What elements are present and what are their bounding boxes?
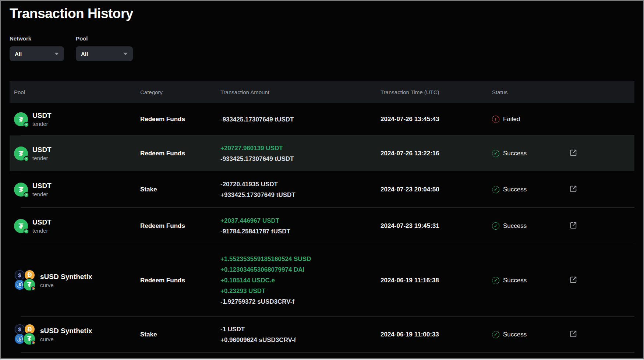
network-filter-label: Network [10,35,64,42]
table-row: $ Ð $ ₮ sUSD Synthetix curve Redeem Fund… [10,244,634,317]
transaction-amounts: -933425.17307649 tUSDT [220,114,381,125]
transaction-amounts: +20727.960139 USDT-933425.17307649 tUSDT [220,143,381,164]
transaction-time: 2024-06-19 11:16:38 [381,277,492,284]
page-title: Transaction History [10,6,643,21]
pool-name: sUSD Synthetix [40,327,92,335]
success-icon: ✓ [492,186,499,193]
external-link-button[interactable] [569,275,578,284]
amount-line: +20727.960139 USDT [220,143,381,153]
pool-name: USDT [32,218,52,226]
susd-pool-icon-cluster: $ Ð $ ₮ [14,269,36,292]
transaction-time: 2024-07-26 13:22:16 [381,150,492,157]
transaction-amounts: -1 USDT+0.96009624 sUSD3CRV-f [220,324,381,345]
amount-line: -20720.41935 USDT [220,179,381,190]
failed-icon: ! [492,116,499,123]
actions-cell [558,148,634,159]
pool-protocol: curve [40,336,92,342]
status: ✓ Success [492,150,558,157]
table-row: ₮ ✓ USDT tender Redeem Funds +2037.44696… [10,208,634,244]
verified-badge-icon: ✓ [24,229,29,234]
pool-name: USDT [32,182,52,190]
amount-line: +0.23293 USDT [220,286,381,296]
actions-cell [558,221,634,231]
external-link-button[interactable] [569,184,578,193]
status: ✓ Success [492,222,558,230]
pool-cell: ₮ ✓ USDT tender [10,146,140,161]
pool-select[interactable]: All [76,46,133,61]
pool-cell: $ Ð $ ₮ sUSD Synthetix curve [10,324,140,346]
verified-badge-icon: ✓ [24,192,29,198]
amount-line: -933425.17307649 tUSDT [220,153,381,164]
pool-cell: ₮ ✓ USDT tender [10,218,140,234]
status-label: Success [503,150,527,157]
actions-cell [558,184,634,195]
verified-badge-icon: ✓ [24,122,29,127]
pool-name: sUSD Synthetix [40,273,92,281]
transaction-time: 2024-06-19 11:00:33 [381,331,492,338]
status: ✓ Success [492,331,558,338]
usdt-coin-icon: ₮ ✓ [14,112,28,126]
pool-protocol: tender [32,191,52,197]
pool-filter: Pool All [76,35,133,61]
external-link-button[interactable] [569,221,578,230]
external-link-button[interactable] [569,148,578,157]
table-header: Pool Category Transaction Amount Transac… [10,81,634,103]
status: ✓ Success [492,186,558,193]
status-label: Success [503,331,527,338]
category: Stake [140,186,220,193]
verified-badge-icon: ✓ [24,156,29,162]
filters-bar: Network All Pool All [10,35,643,61]
category: Stake [140,331,220,338]
success-icon: ✓ [492,331,499,338]
transaction-time: 2024-07-23 19:45:31 [381,222,492,230]
status-label: Success [503,186,527,193]
pool-name: USDT [32,146,52,154]
actions-cell [558,275,634,286]
network-select[interactable]: All [10,46,64,61]
amount-line: +0.105144 USDC.e [220,275,381,286]
external-link-button[interactable] [569,329,578,338]
usdt-coin-icon: ₮ ✓ [14,147,28,160]
pool-name: USDT [32,112,52,120]
amount-line: +0.123034653068079974 DAI [220,264,381,275]
pool-cell: ₮ ✓ USDT tender [10,182,140,197]
actions-cell [558,329,634,340]
curve-badge-icon [31,340,35,345]
status: ✓ Success [492,277,558,284]
usdt-coin-icon: ₮ ✓ [14,219,28,233]
amount-line: -91784.25841787 tUSDT [220,226,381,237]
amount-line: -933425.17307649 tUSDT [220,114,381,125]
table-row: ₮ ✓ USDT tender Redeem Funds -933425.173… [10,103,634,135]
pool-cell: $ Ð $ ₮ sUSD Synthetix curve [10,269,140,292]
table-body: ₮ ✓ USDT tender Redeem Funds -933425.173… [10,103,634,353]
category: Redeem Funds [140,222,220,230]
transaction-history-page: Transaction History Network All Pool All… [1,6,643,353]
pool-protocol: tender [32,227,52,234]
transaction-amounts: +1.552353559185160524 SUSD+0.12303465306… [220,254,381,307]
usdt-coin-icon: ₮ [23,332,36,345]
success-icon: ✓ [492,150,499,157]
pool-protocol: tender [32,155,52,161]
status-label: Failed [503,116,520,123]
amount-line: +1.552353559185160524 SUSD [220,254,381,264]
amount-line: +0.96009624 sUSD3CRV-f [220,335,381,345]
amount-line: +2037.446967 USDT [220,215,381,226]
amount-line: +933425.17307649 tUSDT [220,190,381,200]
status-label: Success [503,222,527,230]
transaction-time: 2024-07-23 20:04:50 [381,186,492,193]
success-icon: ✓ [492,277,499,284]
usdt-coin-icon: ₮ [23,278,36,291]
pool-cell: ₮ ✓ USDT tender [10,112,140,127]
transactions-table: Pool Category Transaction Amount Transac… [10,81,634,353]
column-header-status: Status [492,89,558,95]
pool-protocol: curve [40,282,92,288]
table-row: ₮ ✓ USDT tender Stake -20720.41935 USDT+… [10,171,634,208]
chevron-down-icon [123,53,128,55]
curve-badge-icon [31,286,35,291]
network-filter: Network All [10,35,64,61]
amount-line: -1 USDT [220,324,381,335]
transaction-amounts: +2037.446967 USDT-91784.25841787 tUSDT [220,215,381,237]
success-icon: ✓ [492,222,499,230]
transaction-time: 2024-07-26 13:45:43 [381,116,492,123]
susd-pool-icon-cluster: $ Ð $ ₮ [14,324,36,346]
